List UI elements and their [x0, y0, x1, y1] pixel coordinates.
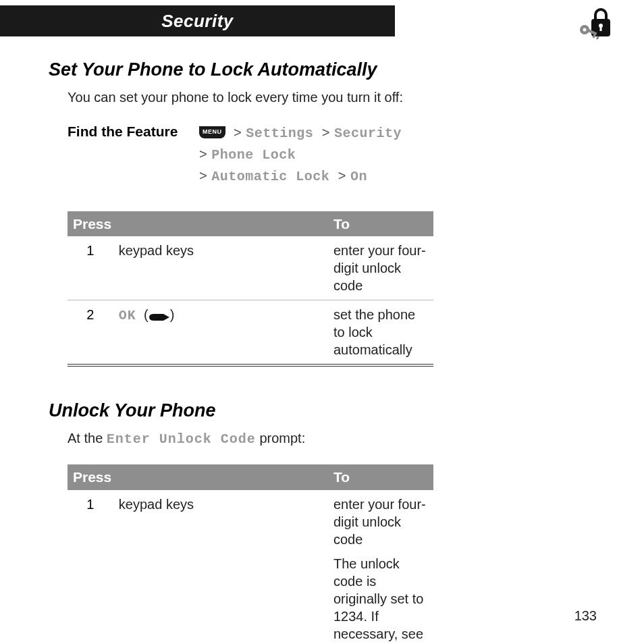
path-seg: On — [350, 169, 367, 184]
step-number: 1 — [68, 236, 113, 300]
to-text: enter your four-digit unlock code — [333, 497, 426, 547]
table-row: 1 keypad keys enter your four-digit unlo… — [68, 236, 433, 300]
col-to: To — [328, 464, 433, 489]
table-row: 2 OK () set the phone to lock automatica… — [68, 300, 433, 366]
step-number: 2 — [68, 300, 113, 366]
svg-point-4 — [583, 28, 587, 32]
header-bar: Security — [0, 5, 395, 36]
page-number: 133 — [574, 608, 597, 624]
section-intro: At the Enter Unlock Code prompt: — [68, 429, 597, 448]
step-number: 1 — [68, 490, 113, 644]
page-title: Security — [161, 11, 234, 32]
to-cell: set the phone to lock automatically — [328, 300, 433, 366]
intro-code: Enter Unlock Code — [107, 431, 256, 447]
press-cell: keypad keys — [113, 490, 328, 644]
path-seg: Automatic Lock — [211, 169, 329, 184]
path-seg: Security — [334, 126, 402, 141]
steps-table: Press To 1 keypad keys enter your four-d… — [68, 211, 433, 367]
intro-text: At the — [68, 431, 107, 446]
to-note: The unlock code is originally set to 123… — [333, 548, 428, 644]
col-to: To — [328, 211, 433, 236]
right-arrow-key-icon — [149, 307, 170, 325]
section-heading: Set Your Phone to Lock Automatically — [49, 58, 597, 82]
to-cell: enter your four-digit unlock code — [328, 236, 433, 300]
ok-label: OK — [119, 308, 136, 323]
press-cell: keypad keys — [113, 236, 328, 300]
feature-path: MENU > Settings > Security > Phone Lock … — [199, 122, 402, 187]
section-intro: You can set your phone to lock every tim… — [68, 88, 597, 106]
section-heading: Unlock Your Phone — [49, 399, 597, 423]
press-cell: OK () — [113, 300, 328, 366]
steps-table: Press To 1 keypad keys enter your four-d… — [68, 464, 433, 644]
col-press: Press — [68, 211, 328, 236]
feature-label: Find the Feature — [68, 122, 199, 187]
col-press: Press — [68, 464, 328, 489]
menu-key-icon: MENU — [199, 126, 225, 138]
lock-icon — [575, 4, 616, 49]
path-seg: Phone Lock — [211, 147, 296, 163]
intro-text: prompt: — [256, 431, 305, 446]
find-feature-block: Find the Feature MENU > Settings > Secur… — [68, 122, 597, 187]
to-cell: enter your four-digit unlock code The un… — [328, 490, 433, 644]
table-row: 1 keypad keys enter your four-digit unlo… — [68, 490, 433, 644]
path-seg: Settings — [246, 126, 313, 141]
svg-rect-2 — [600, 26, 602, 31]
